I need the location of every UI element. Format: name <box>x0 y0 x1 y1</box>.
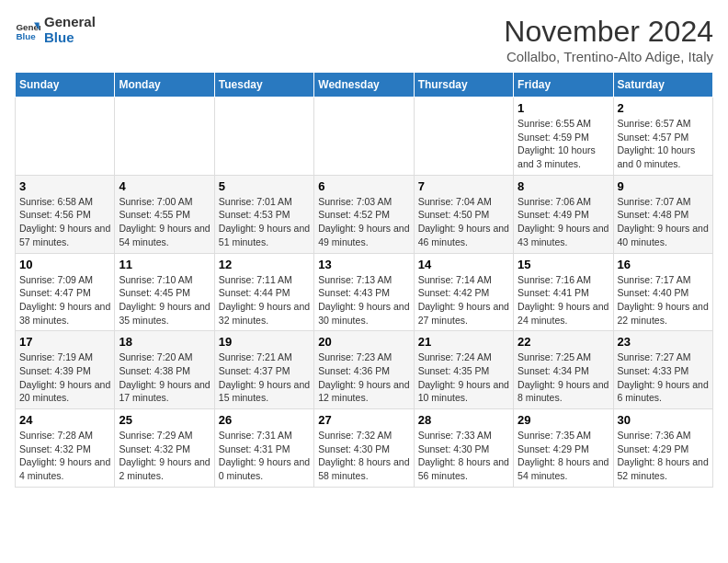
col-saturday: Saturday <box>613 73 712 98</box>
day-cell: 5Sunrise: 7:01 AM Sunset: 4:53 PM Daylig… <box>214 175 313 253</box>
day-cell: 9Sunrise: 7:07 AM Sunset: 4:48 PM Daylig… <box>613 175 712 253</box>
day-number: 12 <box>219 258 310 271</box>
day-number: 25 <box>119 413 210 427</box>
logo: General Blue General Blue <box>15 15 96 45</box>
day-info: Sunrise: 7:06 AM Sunset: 4:49 PM Dayligh… <box>518 195 609 249</box>
day-info: Sunrise: 6:57 AM Sunset: 4:57 PM Dayligh… <box>618 117 709 171</box>
day-cell: 4Sunrise: 7:00 AM Sunset: 4:55 PM Daylig… <box>115 175 214 253</box>
day-info: Sunrise: 7:14 AM Sunset: 4:42 PM Dayligh… <box>418 273 509 327</box>
logo-text-general: General <box>44 15 96 30</box>
day-number: 2 <box>618 101 709 115</box>
day-cell: 7Sunrise: 7:04 AM Sunset: 4:50 PM Daylig… <box>414 175 513 253</box>
day-number: 17 <box>19 335 110 349</box>
day-info: Sunrise: 7:07 AM Sunset: 4:48 PM Dayligh… <box>618 195 709 249</box>
subtitle: Collalbo, Trentino-Alto Adige, Italy <box>504 49 713 64</box>
day-cell: 1Sunrise: 6:55 AM Sunset: 4:59 PM Daylig… <box>514 98 613 176</box>
col-thursday: Thursday <box>414 73 513 98</box>
title-section: November 2024 Collalbo, Trentino-Alto Ad… <box>504 15 713 64</box>
day-cell: 14Sunrise: 7:14 AM Sunset: 4:42 PM Dayli… <box>414 253 513 331</box>
day-info: Sunrise: 6:55 AM Sunset: 4:59 PM Dayligh… <box>518 117 609 171</box>
day-info: Sunrise: 7:10 AM Sunset: 4:45 PM Dayligh… <box>119 273 210 327</box>
day-info: Sunrise: 7:03 AM Sunset: 4:52 PM Dayligh… <box>318 195 409 249</box>
col-friday: Friday <box>514 73 613 98</box>
day-number: 10 <box>19 258 110 271</box>
day-number: 24 <box>19 413 110 427</box>
col-tuesday: Tuesday <box>214 73 313 98</box>
day-cell: 12Sunrise: 7:11 AM Sunset: 4:44 PM Dayli… <box>214 253 313 331</box>
day-info: Sunrise: 7:25 AM Sunset: 4:34 PM Dayligh… <box>518 350 609 405</box>
day-number: 15 <box>518 258 609 271</box>
day-cell: 28Sunrise: 7:33 AM Sunset: 4:30 PM Dayli… <box>414 409 513 488</box>
day-cell: 8Sunrise: 7:06 AM Sunset: 4:49 PM Daylig… <box>514 175 613 253</box>
day-cell: 2Sunrise: 6:57 AM Sunset: 4:57 PM Daylig… <box>613 98 712 176</box>
day-cell: 3Sunrise: 6:58 AM Sunset: 4:56 PM Daylig… <box>16 175 115 253</box>
svg-text:Blue: Blue <box>16 30 36 40</box>
day-cell: 20Sunrise: 7:23 AM Sunset: 4:36 PM Dayli… <box>314 331 414 409</box>
day-number: 18 <box>119 335 210 349</box>
day-info: Sunrise: 7:35 AM Sunset: 4:29 PM Dayligh… <box>518 429 609 483</box>
day-info: Sunrise: 7:31 AM Sunset: 4:31 PM Dayligh… <box>219 429 310 483</box>
col-wednesday: Wednesday <box>314 73 414 98</box>
day-info: Sunrise: 7:36 AM Sunset: 4:29 PM Dayligh… <box>618 429 709 483</box>
day-cell: 13Sunrise: 7:13 AM Sunset: 4:43 PM Dayli… <box>314 253 414 331</box>
page-header: General Blue General Blue November 2024 … <box>15 15 713 64</box>
day-number: 6 <box>318 179 409 193</box>
day-info: Sunrise: 7:09 AM Sunset: 4:47 PM Dayligh… <box>19 273 110 327</box>
day-number: 26 <box>219 413 310 427</box>
header-row: Sunday Monday Tuesday Wednesday Thursday… <box>16 73 713 98</box>
day-cell <box>214 98 313 176</box>
week-row-2: 3Sunrise: 6:58 AM Sunset: 4:56 PM Daylig… <box>16 175 713 253</box>
day-cell: 10Sunrise: 7:09 AM Sunset: 4:47 PM Dayli… <box>16 253 115 331</box>
day-number: 29 <box>518 413 609 427</box>
calendar-table: Sunday Monday Tuesday Wednesday Thursday… <box>15 72 713 488</box>
day-number: 19 <box>219 335 310 349</box>
day-info: Sunrise: 7:20 AM Sunset: 4:38 PM Dayligh… <box>119 350 210 405</box>
day-cell: 25Sunrise: 7:29 AM Sunset: 4:32 PM Dayli… <box>115 409 214 488</box>
day-cell: 11Sunrise: 7:10 AM Sunset: 4:45 PM Dayli… <box>115 253 214 331</box>
logo-text-blue: Blue <box>44 30 96 46</box>
day-number: 13 <box>318 258 409 271</box>
day-info: Sunrise: 7:24 AM Sunset: 4:35 PM Dayligh… <box>418 350 509 405</box>
week-row-3: 10Sunrise: 7:09 AM Sunset: 4:47 PM Dayli… <box>16 253 713 331</box>
day-cell <box>414 98 513 176</box>
day-info: Sunrise: 7:16 AM Sunset: 4:41 PM Dayligh… <box>518 273 609 327</box>
day-number: 5 <box>219 179 310 193</box>
day-cell: 22Sunrise: 7:25 AM Sunset: 4:34 PM Dayli… <box>514 331 613 409</box>
col-sunday: Sunday <box>16 73 115 98</box>
day-cell: 17Sunrise: 7:19 AM Sunset: 4:39 PM Dayli… <box>16 331 115 409</box>
day-cell: 23Sunrise: 7:27 AM Sunset: 4:33 PM Dayli… <box>613 331 712 409</box>
week-row-1: 1Sunrise: 6:55 AM Sunset: 4:59 PM Daylig… <box>16 98 713 176</box>
day-info: Sunrise: 7:32 AM Sunset: 4:30 PM Dayligh… <box>318 429 409 483</box>
day-info: Sunrise: 7:00 AM Sunset: 4:55 PM Dayligh… <box>119 195 210 249</box>
day-number: 30 <box>618 413 709 427</box>
week-row-4: 17Sunrise: 7:19 AM Sunset: 4:39 PM Dayli… <box>16 331 713 409</box>
day-number: 23 <box>618 335 709 349</box>
day-number: 28 <box>418 413 509 427</box>
day-cell: 26Sunrise: 7:31 AM Sunset: 4:31 PM Dayli… <box>214 409 313 488</box>
day-number: 11 <box>119 258 210 271</box>
day-number: 16 <box>618 258 709 271</box>
day-cell: 30Sunrise: 7:36 AM Sunset: 4:29 PM Dayli… <box>613 409 712 488</box>
day-info: Sunrise: 7:23 AM Sunset: 4:36 PM Dayligh… <box>318 350 409 405</box>
day-info: Sunrise: 7:28 AM Sunset: 4:32 PM Dayligh… <box>19 429 110 483</box>
day-number: 27 <box>318 413 409 427</box>
day-cell: 15Sunrise: 7:16 AM Sunset: 4:41 PM Dayli… <box>514 253 613 331</box>
day-cell: 6Sunrise: 7:03 AM Sunset: 4:52 PM Daylig… <box>314 175 414 253</box>
day-cell: 29Sunrise: 7:35 AM Sunset: 4:29 PM Dayli… <box>514 409 613 488</box>
week-row-5: 24Sunrise: 7:28 AM Sunset: 4:32 PM Dayli… <box>16 409 713 488</box>
day-number: 1 <box>518 101 609 115</box>
day-cell: 18Sunrise: 7:20 AM Sunset: 4:38 PM Dayli… <box>115 331 214 409</box>
day-number: 20 <box>318 335 409 349</box>
day-info: Sunrise: 7:29 AM Sunset: 4:32 PM Dayligh… <box>119 429 210 483</box>
col-monday: Monday <box>115 73 214 98</box>
day-cell <box>115 98 214 176</box>
day-info: Sunrise: 7:33 AM Sunset: 4:30 PM Dayligh… <box>418 429 509 483</box>
day-cell: 24Sunrise: 7:28 AM Sunset: 4:32 PM Dayli… <box>16 409 115 488</box>
day-cell <box>16 98 115 176</box>
day-info: Sunrise: 7:27 AM Sunset: 4:33 PM Dayligh… <box>618 350 709 405</box>
day-number: 22 <box>518 335 609 349</box>
day-info: Sunrise: 6:58 AM Sunset: 4:56 PM Dayligh… <box>19 195 110 249</box>
day-info: Sunrise: 7:17 AM Sunset: 4:40 PM Dayligh… <box>618 273 709 327</box>
day-number: 4 <box>119 179 210 193</box>
month-title: November 2024 <box>504 15 713 49</box>
